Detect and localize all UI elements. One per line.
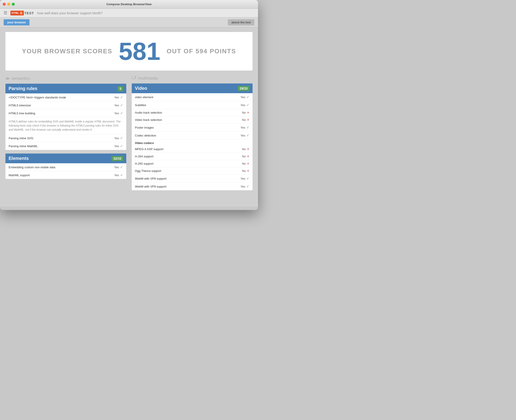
score-banner: YOUR BROWSER SCORES 581 OUT OF 594 POINT… [6,32,252,71]
multimedia-icon [132,76,136,81]
maximize-button[interactable] [12,3,15,6]
feature-name: Ogg Theora support [135,169,161,172]
feature-name: Subtitles [135,103,146,107]
feature-result: Yes ✓ [114,95,123,99]
feature-row: Parsing inline SVG Yes ✓ [6,134,126,142]
elements-body: Embedding custom non-visible data Yes ✓ … [6,163,126,179]
check-icon: ✓ [120,165,123,169]
feature-result: Yes ✓ [114,144,123,148]
check-icon: ✓ [120,111,123,115]
feature-name: H.265 support [135,162,154,165]
feature-row: WebM with VP8 support Yes ✓ [132,175,252,183]
html5-badge: HTML 5 [10,11,24,15]
html5-logo: HTML 5 TEST [10,11,34,15]
main-content: YOUR BROWSER SCORES 581 OUT OF 594 POINT… [0,27,258,207]
titlebar: Compose Desktop BrowserView [0,0,258,9]
multimedia-column: multimedia Video 29/33 video element Yes… [132,76,252,194]
feature-name: HTML5 tree building [9,112,35,115]
feature-row: Parsing inline MathML Yes ✓ [6,142,126,150]
check-icon: ✓ [120,103,123,107]
check-icon: ✓ [120,136,123,140]
check-icon: ✓ [246,125,249,129]
feature-row: H.265 support No ✕ [132,160,252,167]
parsing-rules-title: Parsing rules [9,86,37,91]
menu-icon[interactable]: ☰ [4,10,7,15]
feature-result: Yes ✓ [114,173,123,177]
feature-row: HTML5 tokenizer Yes ✓ [6,101,126,109]
feature-row: Audio track selection No ✕ [132,109,252,116]
feature-row: Poster images Yes ✓ [132,124,252,132]
video-title: Video [135,86,147,91]
feature-name: <!DOCTYPE html> triggers standards mode [9,96,66,99]
parsing-note: HTML5 defines rules for embedding SVG an… [6,117,126,134]
minimize-button[interactable] [7,3,10,6]
semantics-column: ≫ semantics Parsing rules 5 <!DOCTYPE ht… [6,76,126,194]
traffic-lights [3,3,15,6]
feature-row: MPEG-4 ASP support No ✕ [132,146,252,153]
feature-name: Poster images [135,126,154,129]
feature-name: Audio track selection [135,111,162,114]
feature-result: No ✕ [242,118,249,121]
parsing-rules-body: <!DOCTYPE html> triggers standards mode … [6,93,126,150]
html-text: HTML [12,12,19,14]
feature-row: HTML5 tree building Yes ✓ [6,109,126,117]
feature-name: WebM with VP8 support [135,177,166,180]
check-icon: ✓ [120,144,123,148]
feature-result: Yes ✓ [241,103,249,107]
score-prefix: YOUR BROWSER SCORES [22,48,112,55]
feature-row: WebM with VP9 support Yes ✓ [132,183,252,190]
multimedia-header: multimedia [132,76,252,81]
test-label: TEST [24,11,34,15]
window-title: Compose Desktop BrowserView [106,2,151,6]
about-the-test-tab[interactable]: about the test [228,19,254,25]
feature-row: Codec detection Yes ✓ [132,132,252,139]
video-body: video element Yes ✓ Subtitles Yes ✓ [132,93,252,190]
elements-score: 32/33 [111,156,123,161]
cross-icon: ✕ [247,111,249,114]
check-icon: ✓ [246,133,249,137]
tabbar: your browser about the test [0,17,258,27]
feature-result: No ✕ [242,111,249,114]
your-browser-tab[interactable]: your browser [4,19,29,25]
feature-name: H.264 support [135,155,154,158]
check-icon: ✓ [246,103,249,107]
feature-result: Yes ✓ [241,133,249,137]
content-columns: ≫ semantics Parsing rules 5 <!DOCTYPE ht… [6,76,252,194]
multimedia-title: multimedia [138,76,158,81]
video-block: Video 29/33 video element Yes ✓ Subtitle… [132,83,252,190]
semantics-title: semantics [12,76,30,81]
check-icon: ✓ [120,95,123,99]
score-number: 581 [119,39,161,64]
cross-icon: ✕ [247,118,249,121]
feature-name: Parsing inline MathML [9,144,38,148]
feature-row: Video track selection No ✕ [132,116,252,124]
feature-result: Yes ✓ [114,136,123,140]
close-button[interactable] [3,3,6,6]
feature-result: Yes ✓ [114,103,123,107]
check-icon: ✓ [246,184,249,188]
feature-result: Yes ✓ [114,165,123,169]
elements-header: Elements 32/33 [6,154,126,163]
video-codecs-subheader: Video codecs [132,139,252,146]
feature-name: HTML5 tokenizer [9,104,31,107]
check-icon: ✓ [120,173,123,177]
feature-result: No ✕ [242,162,249,165]
feature-row: MathML support Yes ✓ [6,171,126,179]
cross-icon: ✕ [247,169,249,172]
feature-row: video element Yes ✓ [132,93,252,101]
svg-rect-0 [132,76,135,79]
score-suffix: OUT OF 594 POINTS [167,48,236,55]
feature-result: Yes ✓ [114,111,123,115]
feature-row: Ogg Theora support No ✕ [132,167,252,175]
feature-name: Parsing inline SVG [9,136,33,140]
video-score: 29/33 [238,86,249,91]
feature-row: <!DOCTYPE html> triggers standards mode … [6,93,126,101]
feature-result: Yes ✓ [241,184,249,188]
feature-name: Codec detection [135,134,156,137]
feature-row: H.264 support No ✕ [132,153,252,160]
feature-name: MathML support [9,173,30,177]
parsing-rules-score: 5 [118,86,123,91]
feature-name: Video track selection [135,118,162,121]
feature-result: No ✕ [242,155,249,158]
feature-name: video element [135,96,153,99]
